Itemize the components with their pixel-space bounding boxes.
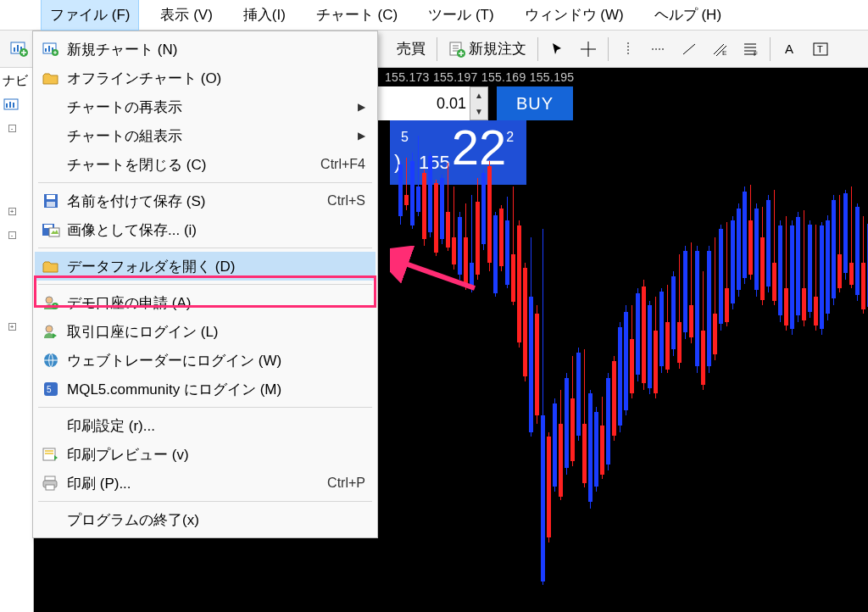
trade-panel: 0.01 ▲▼ BUY bbox=[376, 86, 573, 120]
menu-separator bbox=[38, 284, 372, 285]
svg-rect-13 bbox=[6, 103, 8, 108]
svg-rect-18 bbox=[48, 46, 50, 52]
menubar: ファイル (F) 表示 (V) 挿入(I) チャート (C) ツール (T) ウ… bbox=[0, 0, 868, 31]
svg-rect-23 bbox=[47, 202, 55, 207]
file-menu-item[interactable]: 印刷プレビュー (v) bbox=[35, 440, 376, 469]
chevron-up-icon[interactable]: ▲ bbox=[470, 87, 487, 103]
svg-rect-22 bbox=[47, 195, 55, 199]
tree-expand-icon[interactable]: + bbox=[0, 203, 24, 220]
file-menu-item[interactable]: 名前を付けて保存 (S)Ctrl+S bbox=[35, 186, 376, 215]
blank-icon bbox=[38, 415, 64, 436]
volume-stepper[interactable]: ▲▼ bbox=[470, 86, 488, 120]
svg-rect-14 bbox=[9, 102, 11, 108]
menu-window[interactable]: ウィンドウ (W) bbox=[515, 0, 633, 31]
text-label-tool[interactable]: T bbox=[807, 36, 834, 63]
file-menu-item[interactable]: プログラムの終了(x) bbox=[35, 505, 376, 534]
file-menu-item-label: チャートの再表示 bbox=[64, 97, 358, 117]
svg-rect-38 bbox=[46, 485, 54, 490]
file-menu-item-label: プログラムの終了(x) bbox=[64, 510, 365, 530]
new-chart-button[interactable] bbox=[5, 36, 32, 63]
file-menu-item[interactable]: データフォルダを開く (D) bbox=[35, 252, 376, 281]
crosshair-tool[interactable] bbox=[575, 36, 602, 63]
text-tool[interactable]: A bbox=[776, 36, 804, 63]
toolbar-separator bbox=[770, 37, 771, 61]
vline-tool[interactable] bbox=[615, 36, 642, 63]
volume-input[interactable]: 0.01 bbox=[376, 86, 470, 120]
file-menu-item[interactable]: 新規チャート (N) bbox=[35, 35, 376, 64]
file-menu-item-label: データフォルダを開く (D) bbox=[64, 257, 365, 276]
cursor-tool[interactable] bbox=[544, 36, 571, 63]
new-chart-icon bbox=[9, 40, 28, 58]
navigator-label: ナビ bbox=[0, 73, 33, 89]
file-menu-item[interactable]: デモ口座の申請 (A) bbox=[35, 288, 376, 317]
new-order-button[interactable]: 新規注文 bbox=[443, 36, 531, 62]
tree-collapse-icon[interactable]: - bbox=[0, 226, 24, 243]
svg-rect-15 bbox=[13, 103, 14, 108]
volume-value: 0.01 bbox=[437, 95, 466, 113]
new-order-label: 新規注文 bbox=[469, 39, 526, 58]
file-menu-item[interactable]: チャートの組表示▶ bbox=[35, 121, 376, 150]
file-menu-item[interactable]: 印刷設定 (r)... bbox=[35, 411, 376, 440]
submenu-arrow-icon: ▶ bbox=[358, 130, 365, 142]
svg-rect-35 bbox=[45, 453, 53, 454]
file-menu-item-label: オフラインチャート (O) bbox=[64, 69, 365, 88]
file-menu-item-label: MQL5.community にログイン (M) bbox=[64, 380, 365, 399]
menu-chart[interactable]: チャート (C) bbox=[307, 0, 407, 31]
svg-text:F: F bbox=[754, 50, 758, 58]
sell-buy-label: 売買 bbox=[397, 39, 426, 58]
file-menu-item-label: 印刷プレビュー (v) bbox=[64, 445, 365, 465]
file-menu-item[interactable]: チャートを閉じる (C)Ctrl+F4 bbox=[35, 150, 376, 179]
navigator-root-icon[interactable] bbox=[0, 96, 24, 113]
buy-button[interactable]: BUY bbox=[497, 86, 573, 120]
folder-icon bbox=[38, 256, 64, 276]
menu-shortcut: Ctrl+F4 bbox=[320, 157, 365, 172]
hline-tool[interactable] bbox=[645, 36, 672, 63]
file-menu-item[interactable]: 取引口座にログイン (L) bbox=[35, 317, 376, 346]
menu-file[interactable]: ファイル (F) bbox=[41, 0, 139, 31]
fibo-icon: F bbox=[742, 41, 759, 58]
login-account-icon bbox=[38, 321, 64, 342]
file-menu-item[interactable]: 5MQL5.community にログイン (M) bbox=[35, 375, 376, 403]
save-icon bbox=[38, 191, 64, 211]
svg-text:T: T bbox=[817, 44, 823, 54]
menu-shortcut: Ctrl+P bbox=[327, 476, 365, 491]
toolbar-separator bbox=[537, 37, 538, 61]
menu-help[interactable]: ヘルプ (H) bbox=[645, 0, 731, 31]
menu-separator bbox=[38, 407, 372, 408]
file-menu-item-label: 画像として保存... (i) bbox=[64, 220, 365, 240]
new-order-icon bbox=[448, 41, 465, 58]
trendline-tool[interactable] bbox=[676, 36, 703, 63]
cursor-icon bbox=[550, 42, 565, 57]
equidistant-tool[interactable]: E bbox=[706, 36, 733, 63]
buy-label: BUY bbox=[516, 94, 554, 114]
file-menu-item-label: 新規チャート (N) bbox=[64, 40, 365, 59]
file-menu-item-label: チャートを閉じる (C) bbox=[64, 155, 320, 175]
file-menu-item[interactable]: 画像として保存... (i) bbox=[35, 215, 376, 244]
blank-icon bbox=[38, 97, 64, 117]
file-menu-item-label: 名前を付けて保存 (S) bbox=[64, 192, 327, 211]
tree-collapse-icon[interactable]: - bbox=[0, 120, 24, 136]
tree-expand-icon[interactable]: + bbox=[0, 318, 24, 335]
svg-rect-34 bbox=[45, 450, 53, 452]
chevron-down-icon[interactable]: ▼ bbox=[470, 103, 487, 120]
menu-insert[interactable]: 挿入(I) bbox=[234, 0, 295, 31]
file-menu-item[interactable]: チャートの再表示▶ bbox=[35, 92, 376, 121]
text-label-icon: T bbox=[812, 41, 829, 58]
svg-rect-25 bbox=[44, 225, 53, 228]
fibo-tool[interactable]: F bbox=[737, 36, 764, 63]
menu-separator bbox=[38, 501, 372, 502]
hline-icon bbox=[650, 41, 667, 58]
menu-view[interactable]: 表示 (V) bbox=[151, 0, 221, 31]
file-menu-item[interactable]: 印刷 (P)...Ctrl+P bbox=[35, 469, 376, 498]
demo-account-icon bbox=[38, 292, 64, 313]
menu-tools[interactable]: ツール (T) bbox=[419, 0, 503, 31]
sell-buy-button[interactable]: 売買 bbox=[392, 36, 431, 62]
navigator-panel[interactable]: ナビ - + - + bbox=[0, 68, 34, 612]
file-menu-item-label: 取引口座にログイン (L) bbox=[64, 322, 365, 342]
file-menu-item[interactable]: オフラインチャート (O) bbox=[35, 64, 376, 92]
crosshair-icon bbox=[580, 41, 597, 58]
file-menu-item[interactable]: ウェブトレーダーにログイン (W) bbox=[35, 346, 376, 375]
vline-icon bbox=[620, 41, 637, 58]
submenu-arrow-icon: ▶ bbox=[358, 101, 365, 113]
file-menu-item-label: チャートの組表示 bbox=[64, 126, 358, 146]
